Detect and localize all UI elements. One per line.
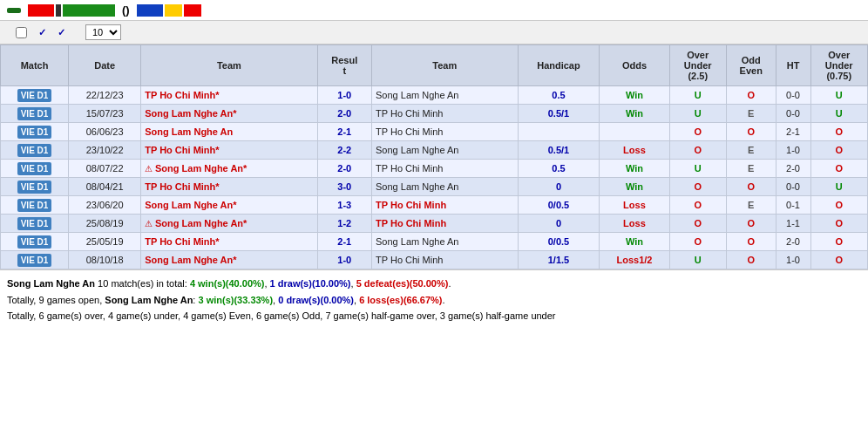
cell-match: VIE D1 [1,160,69,178]
cell-result: 2-1 [317,123,372,141]
cell-ou25: U [669,251,726,269]
cell-ou25: O [669,141,726,160]
cell-team1: ⚠ Song Lam Nghe An* [141,215,317,233]
table-row: VIE D115/07/23Song Lam Nghe An*2-0TP Ho … [1,105,868,123]
cell-result: 2-0 [317,105,372,123]
cell-team2: Song Lam Nghe An [372,141,518,160]
cell-match: VIE D1 [1,123,69,141]
cell-match: VIE D1 [1,196,69,215]
last-select[interactable]: 10 20 30 [85,24,121,40]
cell-date: 08/07/22 [69,160,141,178]
col-oe: OddEven [726,45,776,86]
table-row: VIE D123/06/20Song Lam Nghe An*1-3TP Ho … [1,196,868,215]
table-row: VIE D122/12/23TP Ho Chi Minh*1-0Song Lam… [1,86,868,105]
table-row: VIE D108/07/22⚠ Song Lam Nghe An*2-0TP H… [1,160,868,178]
table-row: VIE D106/06/23Song Lam Nghe An2-1TP Ho C… [1,123,868,141]
viecup-filter[interactable]: ✓ [58,27,68,38]
cell-oe: E [726,160,776,178]
matches-table: Match Date Team Result Team Handicap Odd… [0,44,868,269]
cell-oe: O [726,86,776,105]
cell-ht: 0-0 [776,178,810,196]
cell-ou075: O [810,123,868,141]
cell-ht: 1-1 [776,215,810,233]
cell-result: 2-2 [317,141,372,160]
flag-red2 [184,4,201,17]
cell-odds: Win [600,178,669,196]
cell-oe: E [726,105,776,123]
cell-ou25: U [669,86,726,105]
cell-match: VIE D1 [1,251,69,269]
cell-odds: Win [600,86,669,105]
col-odds: Odds [600,45,669,86]
cell-team2: TP Ho Chi Minh [372,215,518,233]
home-ground-filter[interactable] [16,27,30,38]
cell-team1: TP Ho Chi Minh* [141,141,317,160]
col-ht: HT [776,45,810,86]
cell-team2: Song Lam Nghe An [372,233,518,251]
cell-team1: TP Ho Chi Minh* [141,233,317,251]
cell-ht: 0-0 [776,105,810,123]
table-header-row: Match Date Team Result Team Handicap Odd… [1,45,868,86]
cell-handicap: 0 [518,178,600,196]
cell-odds: Win [600,105,669,123]
cell-team1: TP Ho Chi Minh* [141,86,317,105]
cell-result: 2-1 [317,233,372,251]
cell-oe: O [726,233,776,251]
flag-red [28,4,54,17]
cell-handicap: 1/1.5 [518,251,600,269]
cell-date: 25/05/19 [69,233,141,251]
summary-line-2: Totally, 9 games open, Song Lam Nghe An:… [7,292,861,309]
cell-match: VIE D1 [1,141,69,160]
vied1-filter[interactable]: ✓ [38,27,49,38]
summary-line-3: Totally, 6 game(s) over, 4 game(s) under… [7,308,861,324]
cell-result: 1-0 [317,251,372,269]
col-team2: Team [372,45,518,86]
cell-odds: Win [600,160,669,178]
col-team1: Team [141,45,317,86]
flag-yellow [165,4,182,17]
cell-handicap [518,123,600,141]
cell-handicap: 0.5 [518,160,600,178]
cell-date: 22/12/23 [69,86,141,105]
cell-ou075: O [810,215,868,233]
col-match: Match [1,45,69,86]
cell-ou25: U [669,105,726,123]
cell-ou075: U [810,178,868,196]
match-title: () [122,3,130,17]
cell-ht: 1-0 [776,141,810,160]
col-handicap: Handicap [518,45,600,86]
cell-odds: Win [600,233,669,251]
cell-handicap: 0.5 [518,86,600,105]
team2-flags [137,4,201,17]
cell-match: VIE D1 [1,86,69,105]
cell-team1: TP Ho Chi Minh* [141,178,317,196]
cell-ou075: U [810,105,868,123]
cell-ou075: O [810,196,868,215]
cell-ht: 0-0 [776,86,810,105]
cell-handicap: 0/0.5 [518,233,600,251]
cell-oe: E [726,141,776,160]
cell-ou25: O [669,178,726,196]
cell-odds: Loss1/2 [600,251,669,269]
col-ou075: OverUnder(0.75) [810,45,868,86]
cell-oe: E [726,196,776,215]
cell-date: 15/07/23 [69,105,141,123]
table-row: VIE D125/05/19TP Ho Chi Minh*2-1Song Lam… [1,233,868,251]
cell-odds: Loss [600,196,669,215]
cell-team1: Song Lam Nghe An* [141,196,317,215]
cell-match: VIE D1 [1,178,69,196]
cell-team2: Song Lam Nghe An [372,86,518,105]
col-ou25: OverUnder(2.5) [669,45,726,86]
flag-blue [137,4,163,17]
home-ground-checkbox[interactable] [16,27,27,38]
cell-match: VIE D1 [1,233,69,251]
cell-oe: O [726,251,776,269]
cell-date: 23/10/22 [69,141,141,160]
cell-result: 1-3 [317,196,372,215]
cell-ou075: O [810,251,868,269]
cell-ou075: O [810,141,868,160]
cell-oe: O [726,123,776,141]
cell-ou075: O [810,233,868,251]
cell-team1: Song Lam Nghe An* [141,105,317,123]
cell-handicap: 0.5/1 [518,141,600,160]
